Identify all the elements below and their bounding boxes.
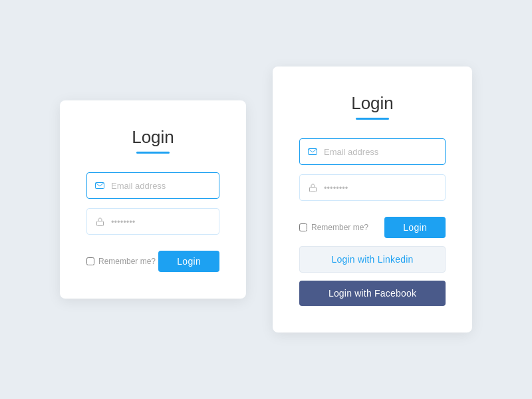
email-input-wrapper-left[interactable]: [86, 172, 219, 199]
login-card-right: Login Remember me? Login Login with Link…: [273, 66, 472, 332]
login-title-right: Login: [351, 93, 394, 114]
remember-label-right: Remember me?: [311, 223, 368, 232]
login-button-left[interactable]: Login: [158, 251, 219, 272]
email-icon-left: [94, 180, 106, 192]
email-field-left[interactable]: [111, 181, 212, 191]
lock-icon-right: [307, 182, 319, 194]
password-input-wrapper-left[interactable]: [86, 208, 219, 235]
title-underline-left: [136, 152, 170, 154]
lock-icon-left: [94, 215, 106, 227]
remember-me-right[interactable]: Remember me?: [299, 223, 368, 232]
remember-label-left: Remember me?: [98, 257, 156, 266]
svg-rect-1: [96, 221, 103, 225]
password-field-right[interactable]: [324, 183, 438, 193]
bottom-row-right: Remember me? Login: [299, 217, 446, 238]
bottom-row-left: Remember me? Login: [86, 251, 219, 272]
title-underline-right: [356, 118, 389, 120]
login-button-right[interactable]: Login: [384, 217, 446, 238]
login-card-left: Login Remember me? Login: [60, 100, 246, 299]
email-field-right[interactable]: [324, 147, 438, 157]
facebook-button[interactable]: Login with Facebook: [299, 281, 446, 306]
login-title-left: Login: [132, 127, 174, 148]
email-input-wrapper-right[interactable]: [299, 138, 446, 165]
svg-rect-3: [309, 187, 316, 192]
password-input-wrapper-right[interactable]: [299, 174, 446, 201]
remember-me-left[interactable]: Remember me?: [86, 257, 156, 266]
linkedin-button[interactable]: Login with Linkedin: [299, 246, 446, 273]
password-field-left[interactable]: [111, 217, 212, 227]
remember-checkbox-right[interactable]: [299, 223, 307, 231]
remember-checkbox-left[interactable]: [86, 257, 94, 265]
email-icon-right: [307, 146, 319, 158]
